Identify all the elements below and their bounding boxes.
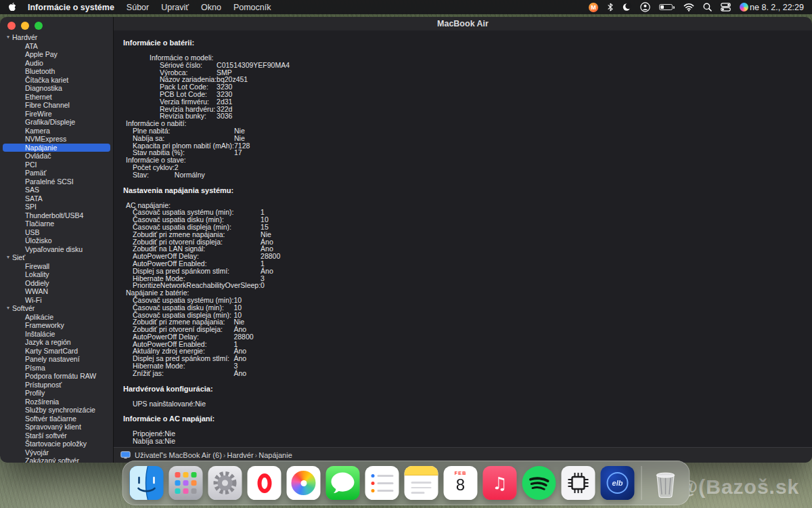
sidebar-item-bluetooth[interactable]: Bluetooth	[0, 67, 113, 76]
dock-item-spotify[interactable]	[522, 466, 556, 500]
battery-icon[interactable]	[659, 0, 675, 14]
disclosure-triangle-icon[interactable]: ▾	[7, 255, 9, 260]
bluetooth-icon[interactable]	[607, 0, 614, 14]
sidebar-item-jazyk-a-regi-n[interactable]: Jazyk a región	[0, 338, 113, 347]
menu-okno[interactable]: Okno	[201, 3, 221, 12]
apple-menu[interactable]	[8, 2, 17, 12]
sidebar-item-pci[interactable]: PCI	[0, 161, 113, 169]
sidebar-item-profily[interactable]: Profily	[0, 389, 113, 398]
dock-item-reminders[interactable]	[365, 466, 399, 500]
minimize-button[interactable]	[21, 22, 29, 30]
sidebar-item-wi-fi[interactable]: Wi-Fi	[0, 296, 113, 305]
sidebar-item-wwan[interactable]: WWAN	[0, 287, 113, 296]
sidebar-item-vypa-ovanie-disku[interactable]: Vypaľovanie disku	[0, 245, 113, 254]
sidebar-item-ta-ka-kariet[interactable]: Čítačka kariet	[0, 76, 113, 85]
sidebar-item-aplik-cie[interactable]: Aplikácie	[0, 313, 113, 322]
sidebar-section-sie[interactable]: ▾Sieť	[0, 253, 113, 262]
dock-item-notes[interactable]	[405, 466, 438, 500]
focus-moon-icon[interactable]	[623, 0, 631, 14]
dock-item-chip-app[interactable]	[562, 466, 595, 500]
disclosure-triangle-icon[interactable]: ▾	[7, 305, 9, 311]
user-switch-icon[interactable]	[640, 0, 650, 14]
dock-item-system-settings[interactable]	[208, 466, 242, 500]
sidebar-item-lo-isko[interactable]: Úložisko	[0, 236, 113, 245]
dock-item-music[interactable]: ♫	[483, 466, 517, 500]
sidebar-item-pr-stupnos[interactable]: Prístupnosť	[0, 381, 113, 389]
menubar: Informácie o systéme SúborUpraviťOknoPom…	[0, 0, 812, 14]
content-group: AC napájanie:Časovač uspatia systému (mi…	[123, 202, 798, 290]
sidebar-section-softv-r[interactable]: ▾Softvér	[0, 304, 113, 313]
breadcrumb-part[interactable]: Uživateľ's MacBook Air (6)	[135, 451, 222, 459]
sidebar-item-apple-pay[interactable]: Apple Pay	[0, 50, 113, 59]
dock-item-launchpad[interactable]	[169, 466, 203, 500]
sidebar-item-usb[interactable]: USB	[0, 228, 113, 237]
sidebar-item-kamera[interactable]: Kamera	[0, 127, 113, 135]
sidebar-item-paraleln-scsi[interactable]: Paralelné SCSI	[0, 177, 113, 186]
sidebar-item-frameworky[interactable]: Frameworky	[0, 321, 113, 330]
spotlight-search-icon[interactable]	[703, 0, 712, 14]
sidebar-item-pam[interactable]: Pamäť	[0, 169, 113, 177]
sidebar-item-thunderbolt-usb4[interactable]: Thunderbolt/USB4	[0, 211, 113, 220]
sidebar-item-in-tal-cie[interactable]: Inštalácie	[0, 330, 113, 339]
content-section: Nastavenia napájania systému:AC napájani…	[123, 186, 798, 377]
sidebar-item-nap-janie[interactable]: Napájanie	[3, 144, 110, 152]
active-app-menu[interactable]: Informácie o systéme	[28, 3, 114, 12]
siri-icon[interactable]	[740, 0, 748, 14]
sidebar-item-tla-iarne[interactable]: Tlačiarne	[0, 219, 113, 228]
dock-item-messages[interactable]	[326, 466, 360, 500]
sidebar-item-podpora-form-tu-raw[interactable]: Podpora formátu RAW	[0, 372, 113, 381]
sidebar-item-karty-smartcard[interactable]: Karty SmartCard	[0, 347, 113, 356]
control-center-icon[interactable]	[721, 0, 731, 14]
sidebar-item-fibre-channel[interactable]: Fibre Channel	[0, 101, 113, 110]
sidebar-section-hardv-r[interactable]: ▾Hardvér	[0, 33, 113, 42]
sidebar-item-spi[interactable]: SPI	[0, 203, 113, 211]
sidebar-item-firewall[interactable]: Firewall	[0, 262, 113, 271]
sidebar-item-panely-nastaven[interactable]: Panely nastavení	[0, 355, 113, 364]
m-badge-icon[interactable]: M	[589, 0, 598, 14]
menubar-menus: SúborUpraviťOknoPomocník	[127, 3, 284, 12]
dock-item-photos[interactable]	[287, 466, 321, 500]
breadcrumb-part[interactable]: Hardvér	[227, 451, 253, 459]
sidebar-item-tartovacie-polo-ky[interactable]: Štartovacie položky	[0, 440, 113, 448]
menubar-clock[interactable]: ne 8. 2., 22:29	[750, 3, 804, 12]
sidebar-item-ovl-da[interactable]: Ovládač	[0, 152, 113, 161]
sidebar-item-zak-zan-softv-r[interactable]: Zakázaný softvér	[0, 457, 113, 463]
wifi-icon[interactable]	[683, 0, 694, 14]
sidebar-item-p-sma[interactable]: Písma	[0, 364, 113, 373]
sidebar-item-sas[interactable]: SAS	[0, 186, 113, 194]
sidebar-item-ata[interactable]: ATA	[0, 42, 113, 51]
sidebar-item-softv-r-tla-iarne[interactable]: Softvér tlačiarne	[0, 415, 113, 423]
sidebar-item-spravovan-klient[interactable]: Spravovaný klient	[0, 423, 113, 431]
sidebar-item-label: Pamäť	[25, 169, 46, 177]
sidebar-item-v-voj-r[interactable]: Vývojár	[0, 448, 113, 457]
menu-upravi[interactable]: Upraviť	[161, 3, 189, 12]
dock-item-calendar[interactable]: FEB8	[444, 466, 478, 500]
sidebar-item-label: Starší softvér	[25, 431, 67, 440]
dock-item-finder[interactable]	[130, 466, 164, 500]
sidebar-item-star-softv-r[interactable]: Starší softvér	[0, 431, 113, 440]
breadcrumb-part[interactable]: Napájanie	[258, 451, 292, 459]
window-main: MacBook Air Informácie o batérii:Informá…	[114, 17, 812, 463]
menu-s-bor[interactable]: Súbor	[127, 3, 149, 12]
sidebar-item-nvmexpress[interactable]: NVMExpress	[0, 135, 113, 144]
zoom-button[interactable]	[35, 22, 43, 30]
sidebar-item-firewire[interactable]: FireWire	[0, 110, 113, 119]
sidebar-tree: ▾HardvérATAApple PayAudioBluetoothČítačk…	[0, 30, 113, 463]
sidebar-item-ethernet[interactable]: Ethernet	[0, 93, 113, 102]
sidebar-item-slu-by-synchroniz-cie[interactable]: Služby synchronizácie	[0, 406, 113, 415]
window-titlebar[interactable]: MacBook Air	[114, 17, 812, 30]
dock-item-elb-app[interactable]: elb	[601, 466, 635, 500]
menu-pomocn-k[interactable]: Pomocník	[233, 3, 271, 12]
disclosure-triangle-icon[interactable]: ▾	[7, 35, 9, 40]
sidebar-item-diagnostika[interactable]: Diagnostika	[0, 84, 113, 93]
group-title: Informácie o nabití:	[126, 120, 798, 127]
sidebar-item-oddiely[interactable]: Oddiely	[0, 279, 113, 288]
sidebar-item-sata[interactable]: SATA	[0, 194, 113, 203]
dock-item-opera[interactable]	[248, 466, 281, 500]
sidebar-item-roz-renia[interactable]: Rozšírenia	[0, 398, 113, 406]
sidebar-item-grafika-displeje[interactable]: Grafika/Displeje	[0, 118, 113, 127]
dock-item-trash[interactable]	[649, 466, 683, 500]
sidebar-item-lokality[interactable]: Lokality	[0, 270, 113, 279]
close-button[interactable]	[7, 22, 16, 30]
sidebar-item-audio[interactable]: Audio	[0, 59, 113, 68]
